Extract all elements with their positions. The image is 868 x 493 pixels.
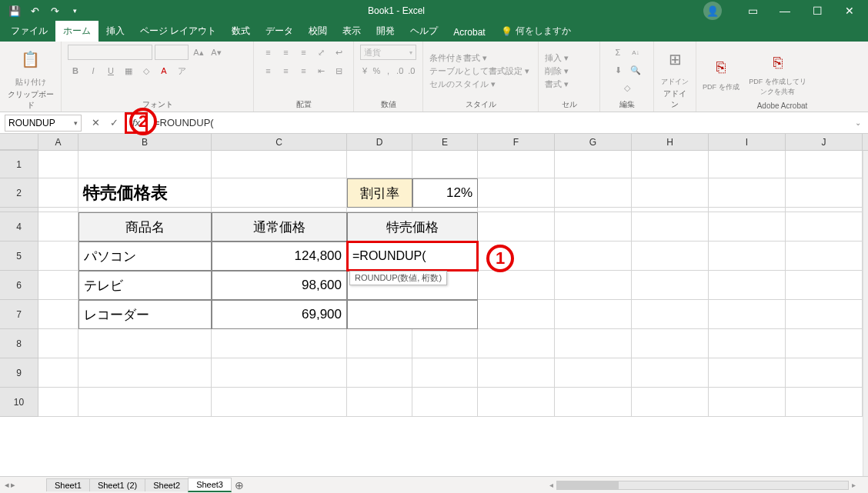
cell-A7[interactable] — [38, 300, 78, 329]
border-icon[interactable]: ▦ — [121, 63, 136, 78]
cell-D7[interactable] — [347, 300, 478, 329]
col-header-G[interactable]: G — [555, 134, 632, 150]
cell-A8[interactable] — [38, 329, 78, 358]
add-sheet-icon[interactable]: ⊕ — [231, 479, 248, 491]
cell-I5[interactable] — [709, 242, 786, 271]
find-icon[interactable]: 🔍 — [628, 62, 643, 78]
paste-icon[interactable]: 📋 — [16, 45, 45, 74]
cell-A9[interactable] — [38, 358, 78, 388]
align-left-icon[interactable]: ≡ — [261, 63, 276, 78]
align-bottom-icon[interactable]: ≡ — [296, 45, 312, 60]
orientation-icon[interactable]: ⤢ — [314, 45, 329, 60]
font-size-select[interactable] — [155, 45, 189, 60]
cell-D8[interactable] — [347, 329, 412, 358]
italic-button[interactable]: I — [85, 63, 101, 78]
cell-B6[interactable]: テレビ — [78, 271, 212, 300]
merge-icon[interactable]: ⊟ — [332, 63, 347, 78]
font-color-icon[interactable]: A — [156, 63, 172, 78]
minimize-icon[interactable]: ― — [770, 0, 800, 22]
insert-cells-button[interactable]: 挿入 ▾ — [545, 52, 569, 64]
row-header-9[interactable]: 9 — [0, 358, 38, 388]
hscroll-right-icon[interactable]: ▸ — [852, 481, 856, 489]
cell-E1[interactable] — [412, 151, 478, 178]
cell-C8[interactable] — [212, 329, 347, 358]
hscroll-left-icon[interactable]: ◂ — [549, 481, 553, 489]
conditional-format-button[interactable]: 条件付き書式 ▾ — [429, 52, 529, 64]
cell-B9[interactable] — [78, 358, 212, 388]
name-box-dropdown-icon[interactable]: ▾ — [74, 119, 78, 127]
row-header-8[interactable]: 8 — [0, 329, 38, 358]
format-as-table-button[interactable]: テーブルとして書式設定 ▾ — [429, 65, 529, 77]
horizontal-scrollbar[interactable] — [556, 481, 849, 490]
tab-review[interactable]: 校閲 — [301, 21, 335, 42]
tab-view[interactable]: 表示 — [335, 21, 369, 42]
cell-A1[interactable] — [38, 151, 78, 178]
underline-button[interactable]: U — [103, 63, 119, 78]
row-header-7[interactable]: 7 — [0, 300, 38, 329]
tab-layout[interactable]: ページ レイアウト — [132, 21, 224, 42]
enter-formula-icon[interactable]: ✓ — [105, 115, 123, 132]
delete-cells-button[interactable]: 削除 ▾ — [545, 65, 569, 77]
cell-A4[interactable] — [38, 212, 78, 242]
clear-icon[interactable]: ◇ — [619, 80, 635, 95]
cell-I7[interactable] — [709, 300, 786, 329]
row-header-4[interactable]: 4 — [0, 212, 38, 242]
col-header-F[interactable]: F — [478, 134, 555, 150]
cell-F10[interactable] — [478, 388, 555, 417]
tab-help[interactable]: ヘルプ — [402, 21, 446, 42]
cell-C10[interactable] — [212, 388, 347, 417]
cell-D10[interactable] — [347, 388, 412, 417]
addin-icon[interactable]: ⊞ — [660, 45, 689, 74]
cell-C6[interactable]: 98,600 — [212, 271, 347, 300]
cell-I1[interactable] — [709, 151, 786, 178]
pdf-share-icon[interactable]: ⎘ — [763, 48, 793, 77]
cell-G1[interactable] — [555, 151, 632, 178]
comma-icon[interactable]: , — [383, 63, 392, 78]
phonetic-icon[interactable]: ア — [174, 63, 189, 78]
cell-H5[interactable] — [632, 242, 709, 271]
align-right-icon[interactable]: ≡ — [296, 63, 312, 78]
cell-C7[interactable]: 69,900 — [212, 300, 347, 329]
cell-H7[interactable] — [632, 300, 709, 329]
fill-color-icon[interactable]: ◇ — [139, 63, 154, 78]
vertical-scrollbar[interactable] — [863, 151, 868, 476]
align-middle-icon[interactable]: ≡ — [279, 45, 294, 60]
row-header-5[interactable]: 5 — [0, 242, 38, 271]
cell-A10[interactable] — [38, 388, 78, 417]
cell-D5-active[interactable]: =ROUNDUP( ROUNDUP(数値, 桁数) — [347, 242, 478, 271]
cell-E2[interactable]: 12% — [412, 178, 478, 208]
cell-J5[interactable] — [786, 242, 863, 271]
tab-formulas[interactable]: 数式 — [224, 21, 258, 42]
cell-J4[interactable] — [786, 212, 863, 242]
sheet-tab-1[interactable]: Sheet1 — [46, 478, 90, 491]
name-box[interactable]: ROUNDUP ▾ — [5, 115, 82, 132]
sheet-nav-last-icon[interactable]: ▸ — [11, 480, 15, 490]
increase-font-icon[interactable]: A▴ — [191, 45, 206, 60]
cell-G6[interactable] — [555, 271, 632, 300]
cell-G2[interactable] — [555, 178, 632, 208]
tab-data[interactable]: データ — [258, 21, 301, 42]
cell-G8[interactable] — [555, 329, 632, 358]
cell-F6[interactable] — [478, 271, 555, 300]
cell-B4[interactable]: 商品名 — [78, 212, 212, 242]
col-header-H[interactable]: H — [632, 134, 709, 150]
cell-C2[interactable] — [212, 178, 347, 208]
cell-I8[interactable] — [709, 329, 786, 358]
cell-H2[interactable] — [632, 178, 709, 208]
tab-file[interactable]: ファイル — [3, 21, 55, 42]
col-header-B[interactable]: B — [78, 134, 212, 150]
cell-F8[interactable] — [478, 329, 555, 358]
cell-D4-E4[interactable]: 特売価格 — [347, 212, 478, 242]
cell-J10[interactable] — [786, 388, 863, 417]
account-icon[interactable]: 👤 — [703, 2, 722, 20]
sheet-tab-2[interactable]: Sheet2 — [145, 478, 189, 491]
redo-icon[interactable]: ↷ — [46, 2, 63, 19]
cell-J1[interactable] — [786, 151, 863, 178]
sheet-tab-3[interactable]: Sheet3 — [188, 478, 232, 492]
cell-F9[interactable] — [478, 358, 555, 388]
decrease-font-icon[interactable]: A▾ — [209, 45, 224, 60]
tab-acrobat[interactable]: Acrobat — [446, 23, 492, 42]
col-header-E[interactable]: E — [412, 134, 478, 150]
pdf-create-icon[interactable]: ⎘ — [706, 53, 736, 82]
bold-button[interactable]: B — [68, 63, 83, 78]
